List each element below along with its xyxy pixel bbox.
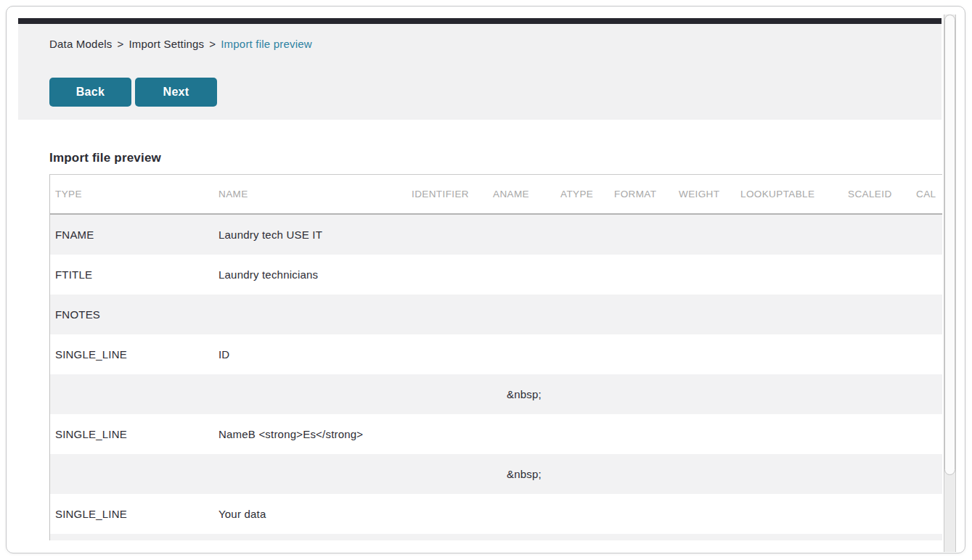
vertical-scrollbar[interactable] xyxy=(944,15,956,552)
import-preview-table-container: TYPE NAME IDENTIFIER ANAME ATYPE FORMAT … xyxy=(49,174,942,540)
wizard-button-row: Back Next xyxy=(49,78,217,107)
table-row: &nbsp; xyxy=(50,454,942,494)
column-header-aname: ANAME xyxy=(488,175,555,214)
row-spacer-cell: &nbsp; xyxy=(50,454,942,494)
import-preview-table: TYPE NAME IDENTIFIER ANAME ATYPE FORMAT … xyxy=(50,175,942,540)
wizard-header-panel: Data Models>Import Settings>Import file … xyxy=(18,24,942,120)
cell-name: Laundry technicians xyxy=(213,255,942,295)
cell-name xyxy=(213,295,942,334)
breadcrumb-separator: > xyxy=(209,38,216,50)
column-header-lookuptable: LOOKUPTABLE xyxy=(735,175,843,214)
page-title: Import file preview xyxy=(49,151,161,165)
cell-type: SINGLE_LINE xyxy=(50,334,213,374)
top-accent-bar xyxy=(18,18,942,24)
column-header-atype: ATYPE xyxy=(555,175,609,214)
cell-type: SINGLE_LINE xyxy=(50,414,213,454)
table-row: SINGLE_LINE ID xyxy=(50,334,942,374)
row-spacer-cell xyxy=(50,534,942,540)
breadcrumb: Data Models>Import Settings>Import file … xyxy=(49,38,312,50)
table-row: SINGLE_LINE NameB <strong>Es</strong> xyxy=(50,414,942,454)
cell-type: FNOTES xyxy=(50,295,213,334)
column-header-scaleid: SCALEID xyxy=(843,175,911,214)
breadcrumb-item-import-file-preview[interactable]: Import file preview xyxy=(221,38,312,50)
cell-name: ID xyxy=(213,334,942,374)
table-row xyxy=(50,534,942,540)
cell-type: FTITLE xyxy=(50,255,213,295)
breadcrumb-separator: > xyxy=(117,38,123,50)
cell-name: NameB <strong>Es</strong> xyxy=(213,414,942,454)
cell-type: SINGLE_LINE xyxy=(50,494,213,534)
table-row: FNAME Laundry tech USE IT xyxy=(50,214,942,255)
app-window: Data Models>Import Settings>Import file … xyxy=(6,6,965,553)
table-row: &nbsp; xyxy=(50,374,942,414)
table-row: FNOTES xyxy=(50,295,942,334)
column-header-identifier: IDENTIFIER xyxy=(407,175,488,214)
column-header-name: NAME xyxy=(213,175,407,214)
cell-name: Your data xyxy=(213,494,942,534)
column-header-weight: WEIGHT xyxy=(674,175,735,214)
breadcrumb-item-import-settings: Import Settings xyxy=(128,38,204,50)
row-spacer-cell: &nbsp; xyxy=(50,374,942,414)
next-button[interactable]: Next xyxy=(135,78,217,107)
cell-type: FNAME xyxy=(50,214,213,255)
table-header-row: TYPE NAME IDENTIFIER ANAME ATYPE FORMAT … xyxy=(50,175,942,214)
column-header-type: TYPE xyxy=(50,175,213,214)
scrollbar-thumb[interactable] xyxy=(944,15,955,475)
table-row: FTITLE Laundry technicians xyxy=(50,255,942,295)
table-row: SINGLE_LINE Your data xyxy=(50,494,942,534)
cell-name: Laundry tech USE IT xyxy=(213,214,942,255)
back-button[interactable]: Back xyxy=(49,78,131,107)
column-header-format: FORMAT xyxy=(609,175,674,214)
breadcrumb-item-data-models: Data Models xyxy=(49,38,112,50)
column-header-cal: CAL xyxy=(911,175,942,214)
